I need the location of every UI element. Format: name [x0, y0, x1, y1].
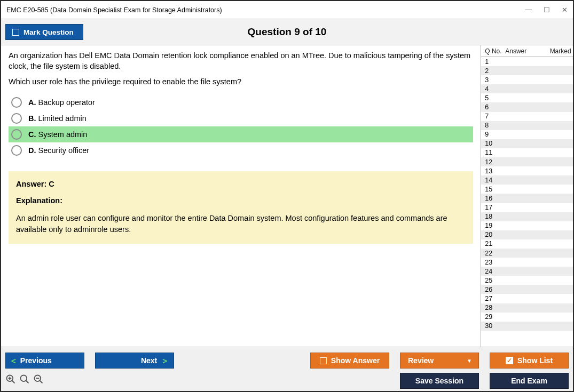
question-list-row[interactable]: 18 [481, 212, 573, 221]
maximize-icon[interactable]: ☐ [544, 6, 550, 14]
svg-line-7 [40, 381, 43, 383]
question-list-row[interactable]: 22 [481, 249, 573, 258]
question-list-row[interactable]: 27 [481, 294, 573, 303]
row-qno: 8 [481, 122, 505, 129]
question-list-row[interactable]: 16 [481, 194, 573, 203]
question-list-row[interactable]: 1 [481, 57, 573, 66]
end-exam-button[interactable]: End Exam [490, 373, 569, 389]
next-label: Next [141, 356, 157, 365]
checkbox-checked-icon: ✓ [506, 357, 513, 364]
window-controls: — ☐ ✕ [525, 6, 568, 14]
show-list-button[interactable]: ✓ Show List [490, 353, 569, 369]
question-list-row[interactable]: 21 [481, 239, 573, 249]
zoom-in-icon[interactable] [5, 374, 16, 388]
checkbox-icon [320, 357, 327, 364]
col-qno-header: Q No. [481, 47, 505, 55]
question-list-row[interactable]: 6 [481, 102, 573, 111]
show-answer-button[interactable]: Show Answer [310, 353, 389, 369]
option-b[interactable]: B. Limited admin [9, 110, 473, 126]
end-exam-label: End Exam [511, 377, 547, 385]
answer-panel: Answer: C Explanation: An admin role use… [9, 171, 473, 244]
row-qno: 18 [481, 213, 505, 220]
question-list-row[interactable]: 8 [481, 121, 573, 130]
chevron-down-icon: ▼ [467, 358, 472, 364]
option-label: D. Security officer [28, 146, 89, 155]
options-list: A. Backup operator B. Limited admin C. S… [9, 94, 473, 158]
question-list-row[interactable]: 5 [481, 93, 573, 102]
col-marked-header: Marked [548, 47, 573, 55]
minimize-icon[interactable]: — [525, 6, 532, 14]
row-qno: 27 [481, 295, 505, 302]
option-a[interactable]: A. Backup operator [9, 94, 473, 110]
question-list-row[interactable]: 23 [481, 258, 573, 267]
question-text-2: Which user role has the privilege requir… [9, 77, 473, 87]
option-label: C. System admin [28, 130, 87, 139]
row-qno: 4 [481, 85, 505, 93]
row-qno: 13 [481, 167, 505, 175]
row-qno: 28 [481, 304, 505, 311]
question-list-row[interactable]: 29 [481, 313, 573, 322]
svg-line-5 [26, 381, 29, 383]
question-list-row[interactable]: 14 [481, 175, 573, 185]
header-bar: Mark Question Question 9 of 10 [1, 19, 573, 45]
question-list-row[interactable]: 17 [481, 203, 573, 212]
question-list-row[interactable]: 20 [481, 230, 573, 239]
zoom-out-icon[interactable] [33, 374, 44, 388]
row-qno: 23 [481, 259, 505, 266]
row-qno: 29 [481, 313, 505, 321]
question-list-row[interactable]: 25 [481, 276, 573, 285]
question-list-row[interactable]: 12 [481, 157, 573, 166]
question-list-row[interactable]: 7 [481, 112, 573, 121]
main-area: An organization has Dell EMC Data Domain… [1, 45, 573, 347]
row-qno: 12 [481, 158, 505, 166]
row-qno: 5 [481, 94, 505, 102]
question-list-row[interactable]: 26 [481, 285, 573, 294]
nav-group: < Previous Next > [5, 353, 174, 369]
question-list-row[interactable]: 10 [481, 139, 573, 148]
question-list-row[interactable]: 19 [481, 221, 573, 230]
option-c[interactable]: C. System admin [9, 126, 473, 142]
option-d[interactable]: D. Security officer [9, 142, 473, 158]
row-qno: 14 [481, 177, 505, 184]
row-qno: 3 [481, 76, 505, 84]
row-qno: 20 [481, 231, 505, 238]
question-list-row[interactable]: 13 [481, 166, 573, 175]
mark-question-button[interactable]: Mark Question [5, 24, 83, 40]
chevron-left-icon: < [11, 356, 16, 365]
row-qno: 2 [481, 67, 505, 75]
previous-label: Previous [20, 356, 52, 365]
question-list-row[interactable]: 30 [481, 322, 573, 331]
window-title: EMC E20-585 (Data Domain Specialist Exam… [6, 6, 222, 14]
row-qno: 24 [481, 268, 505, 275]
question-list-row[interactable]: 2 [481, 66, 573, 75]
question-list-row[interactable]: 15 [481, 185, 573, 194]
close-icon[interactable]: ✕ [562, 6, 568, 14]
show-answer-label: Show Answer [331, 356, 380, 365]
row-qno: 9 [481, 131, 505, 138]
row-qno: 17 [481, 204, 505, 211]
col-answer-header: Answer [505, 47, 548, 55]
question-list-row[interactable]: 9 [481, 130, 573, 139]
action-group-2: Save Session End Exam [400, 373, 569, 389]
question-list-row[interactable]: 24 [481, 267, 573, 276]
save-session-button[interactable]: Save Session [400, 373, 479, 389]
show-list-label: Show List [517, 356, 553, 365]
footer-bar: < Previous Next > Show Answer Review ▼ [1, 347, 573, 391]
zoom-reset-icon[interactable] [19, 374, 30, 388]
question-pane: An organization has Dell EMC Data Domain… [1, 45, 481, 347]
question-counter: Question 9 of 10 [248, 26, 327, 38]
next-button[interactable]: Next > [95, 353, 174, 369]
question-list-header: Q No. Answer Marked [481, 45, 573, 57]
question-list-body[interactable]: 1234567891011121314151617181920212223242… [481, 57, 573, 347]
mark-question-label: Mark Question [23, 28, 74, 36]
question-list-row[interactable]: 28 [481, 303, 573, 313]
previous-button[interactable]: < Previous [5, 353, 84, 369]
question-list-row[interactable]: 11 [481, 148, 573, 157]
row-qno: 26 [481, 286, 505, 293]
svg-point-4 [21, 375, 27, 382]
action-group-1: Show Answer Review ▼ ✓ Show List [310, 353, 569, 369]
review-button[interactable]: Review ▼ [400, 353, 479, 369]
question-list-row[interactable]: 3 [481, 75, 573, 84]
explanation-text: An admin role user can configure and mon… [16, 213, 466, 235]
question-list-row[interactable]: 4 [481, 84, 573, 93]
